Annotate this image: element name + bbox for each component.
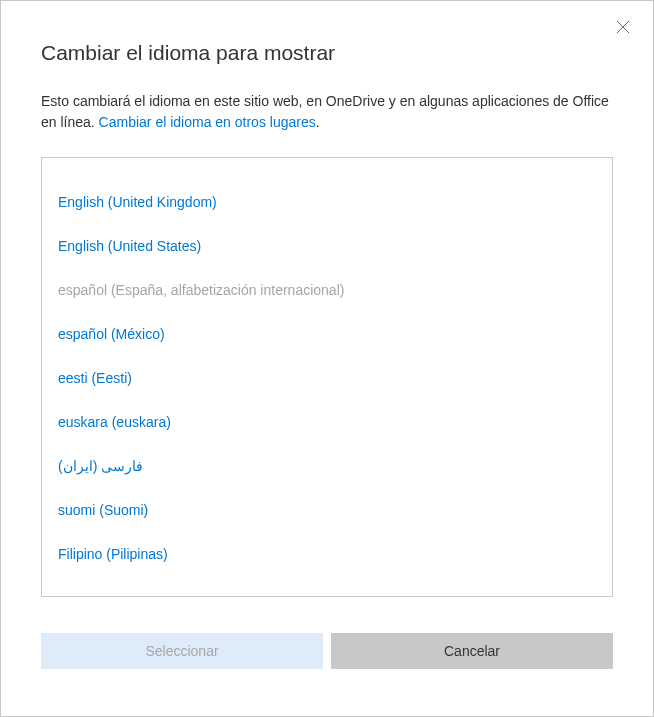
description-suffix: .: [316, 114, 320, 130]
close-icon: [616, 20, 630, 34]
dialog-title: Cambiar el idioma para mostrar: [41, 41, 613, 65]
language-list[interactable]: English (United Kingdom)English (United …: [41, 157, 613, 597]
dialog-description: Esto cambiará el idioma en este sitio we…: [41, 91, 613, 133]
language-item: español (España, alfabetización internac…: [42, 268, 612, 312]
language-item[interactable]: suomi (Suomi): [42, 488, 612, 532]
cancel-button[interactable]: Cancelar: [331, 633, 613, 669]
list-spacer: [42, 157, 612, 180]
language-item[interactable]: English (United Kingdom): [42, 180, 612, 224]
language-item[interactable]: Filipino (Pilipinas): [42, 532, 612, 576]
button-row: Seleccionar Cancelar: [41, 633, 613, 669]
list-spacer: [42, 576, 612, 597]
other-places-link[interactable]: Cambiar el idioma en otros lugares: [99, 114, 316, 130]
language-item[interactable]: español (México): [42, 312, 612, 356]
language-item[interactable]: eesti (Eesti): [42, 356, 612, 400]
language-dialog: Cambiar el idioma para mostrar Esto camb…: [0, 0, 654, 717]
language-item[interactable]: English (United States): [42, 224, 612, 268]
language-item[interactable]: فارسى (ایران): [42, 444, 612, 488]
close-button[interactable]: [611, 15, 635, 39]
select-button[interactable]: Seleccionar: [41, 633, 323, 669]
language-item[interactable]: euskara (euskara): [42, 400, 612, 444]
